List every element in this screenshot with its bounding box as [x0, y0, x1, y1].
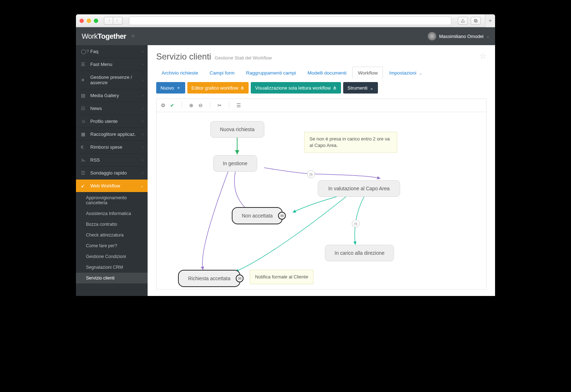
sidebar-item-label: Web Workflow — [90, 183, 120, 188]
node-nuova-richiesta[interactable]: Nuova richiesta — [210, 121, 264, 138]
node-accettata[interactable]: Richiesta accettata ✉ — [178, 270, 240, 287]
node-valutazione[interactable]: In valutazione al Capo Area — [318, 180, 400, 197]
sidebar-item-label: Media Gallery — [90, 93, 119, 98]
timer-icon[interactable]: ◷ — [307, 170, 315, 178]
sidebar-sub-approvvigionamento[interactable]: Approvvigionamento cancelleria — [76, 192, 148, 208]
favorite-star-icon[interactable]: ☆ — [479, 52, 486, 61]
avatar — [428, 32, 436, 40]
tab-campi[interactable]: Campi form — [204, 67, 240, 79]
svg-rect-1 — [475, 20, 477, 22]
sidebar-item-profilo[interactable]: ☺ Profilo utente ‹ — [76, 115, 148, 128]
tab-label: Impostazioni — [389, 70, 416, 76]
check-icon[interactable]: ✔ — [169, 102, 175, 108]
new-tab-button[interactable]: + — [485, 14, 495, 27]
share-icon[interactable] — [458, 17, 468, 25]
button-label: Nuovo — [160, 85, 174, 91]
editor-button[interactable]: Editor grafico workflow ⋔ — [187, 82, 249, 94]
strumenti-button[interactable]: Strumenti ⌄ — [343, 82, 378, 94]
tab-archivio[interactable]: Archivio richieste — [156, 67, 203, 79]
page-title: Servizio clienti — [156, 52, 211, 61]
chevron-left-icon: ‹ — [142, 94, 143, 97]
sidebar-sub-comefare[interactable]: Come fare per? — [76, 240, 148, 251]
grid-icon: ▦ — [81, 132, 87, 137]
node-label: Non accettata — [242, 213, 273, 219]
mail-icon: ✉ — [278, 212, 286, 220]
note-notifica[interactable]: Notifica formale al Cliente — [250, 270, 313, 284]
sidebar-sub-condizioni[interactable]: Gestione Condizioni — [76, 251, 148, 262]
mail-icon: ✉ — [236, 274, 244, 282]
node-label: Richiesta accettata — [188, 276, 230, 281]
sidebar-item-presenze[interactable]: ✈ Gestione presenze / assenze ‹ — [76, 71, 148, 89]
workflow-canvas[interactable]: Nuova richiesta In gestione In valutazio… — [156, 112, 486, 290]
node-in-carico[interactable]: In carico alla direzione — [325, 245, 394, 261]
url-bar[interactable] — [129, 16, 451, 25]
menu-toggle-icon[interactable]: ≡ — [131, 33, 134, 39]
settings-gear-icon[interactable]: ⚙ — [160, 102, 166, 108]
sidebar-item-fastmenu[interactable]: ☰ Fast Menu ‹ — [76, 58, 148, 71]
news-icon: ☷ — [81, 106, 87, 111]
chevron-left-icon: ‹ — [142, 145, 143, 149]
nuovo-button[interactable]: Nuovo ＋ — [156, 82, 185, 94]
sidebar-sub-check[interactable]: Check attrezzatura — [76, 230, 148, 240]
sidebar-item-label: RSS — [90, 157, 100, 163]
sidebar-item-media[interactable]: ▧ Media Gallery ‹ — [76, 89, 148, 102]
sidebar-item-rimborsi[interactable]: € Rimborsi spese ‹ — [76, 141, 148, 154]
maximize-window[interactable] — [94, 19, 98, 23]
note-capo-area[interactable]: Se non è presa in carico entro 2 ore va … — [304, 132, 397, 153]
sidebar-sub-assistenza[interactable]: Assistenza Informatica — [76, 208, 148, 219]
timer-icon[interactable]: ◷ — [352, 220, 360, 228]
tab-impostazioni[interactable]: Impostazioni ⌄ — [384, 67, 427, 79]
sidebar: ◯? Faq ‹ ☰ Fast Menu ‹ ✈ Gestione presen… — [76, 45, 148, 296]
sidebar-item-label: Sondaggio rapido — [90, 170, 127, 176]
chevron-left-icon: ‹ — [142, 158, 143, 162]
tab-modelli[interactable]: Modelli documenti — [302, 67, 352, 79]
minimize-window[interactable] — [87, 19, 91, 23]
sidebar-sub-servizio[interactable]: Servizio clienti — [76, 273, 148, 283]
list-icon[interactable]: ☰ — [236, 102, 241, 108]
sidebar-item-faq[interactable]: ◯? Faq ‹ — [76, 45, 148, 58]
share-icon: ⋔ — [240, 85, 244, 91]
visualizzazione-button[interactable]: Visualizzazione sola lettura workflow ⋔ — [251, 82, 341, 94]
sidebar-item-rss[interactable]: ⋋ RSS ‹ — [76, 154, 148, 167]
sidebar-item-news[interactable]: ☷ News ‹ — [76, 102, 148, 115]
app-header: WorkTogether ≡ Massimiliano Omodei ⌄ — [76, 27, 495, 45]
scissors-icon[interactable]: ✂ — [217, 102, 222, 108]
image-icon: ▧ — [81, 93, 87, 98]
app-logo: WorkTogether — [82, 32, 126, 40]
euro-icon: € — [81, 144, 87, 150]
button-label: Editor grafico workflow — [192, 85, 239, 91]
zoom-in-icon[interactable]: ⊕ — [188, 102, 194, 108]
node-in-gestione[interactable]: In gestione — [213, 155, 257, 172]
chevron-down-icon: ⌄ — [370, 85, 374, 91]
action-buttons: Nuovo ＋ Editor grafico workflow ⋔ Visual… — [148, 79, 495, 94]
chevron-down-icon: ⌄ — [140, 184, 143, 188]
browser-chrome: 〈 〉 + — [76, 14, 495, 27]
sidebar-item-workflow[interactable]: ➹ Web Workflow ⌄ — [76, 180, 148, 192]
sidebar-item-label: Faq — [90, 49, 98, 54]
tabs-icon[interactable] — [471, 17, 481, 25]
chevron-left-icon: ‹ — [142, 119, 143, 123]
node-non-accettata[interactable]: Non accettata ✉ — [232, 207, 283, 224]
sidebar-sub-bozza[interactable]: Bozza contratto — [76, 219, 148, 230]
button-label: Visualizzazione sola lettura workflow — [255, 85, 331, 91]
share-icon: ⋔ — [333, 85, 337, 91]
user-name: Massimiliano Omodei — [439, 34, 484, 39]
sidebar-sub-segnalazioni[interactable]: Segnalazioni CRM — [76, 262, 148, 273]
close-window[interactable] — [80, 19, 84, 23]
page-subtitle: Gestione Stati del Workflow — [215, 55, 272, 61]
user-menu[interactable]: Massimiliano Omodei ⌄ — [428, 32, 489, 40]
forward-button[interactable]: 〉 — [113, 17, 123, 25]
logo-bold: Together — [97, 32, 126, 40]
chevron-left-icon: ‹ — [142, 171, 143, 175]
plus-icon: ＋ — [176, 85, 181, 91]
tab-raggruppamenti[interactable]: Raggruppamenti campi — [241, 67, 302, 79]
browser-window: 〈 〉 + WorkTogether ≡ Massimiliano Omodei… — [76, 14, 495, 296]
sidebar-item-label: Profilo utente — [90, 119, 118, 124]
sidebar-item-sondaggio[interactable]: ☲ Sondaggio rapido ‹ — [76, 167, 148, 180]
back-button[interactable]: 〈 — [104, 17, 113, 25]
chevron-down-icon: ⌄ — [486, 34, 489, 38]
main-content: Servizio clienti Gestione Stati del Work… — [148, 45, 495, 296]
tab-workflow[interactable]: Workflow — [352, 67, 383, 79]
zoom-out-icon[interactable]: ⊖ — [198, 102, 203, 108]
sidebar-item-raccoglitore[interactable]: ▦ Raccoglitore applicaz. ‹ — [76, 128, 148, 141]
